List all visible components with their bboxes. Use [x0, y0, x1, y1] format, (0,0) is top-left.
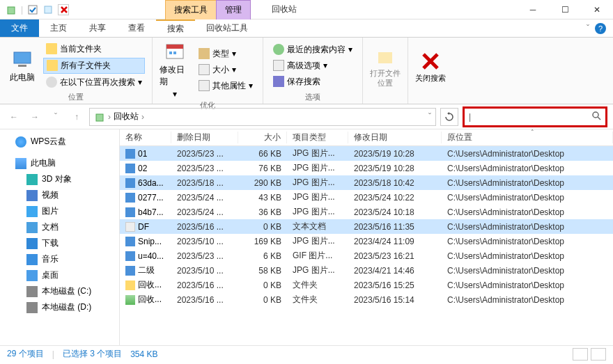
sidebar-item[interactable]: 3D 对象: [0, 171, 119, 187]
file-type-icon: [125, 207, 135, 217]
open-location-icon: [374, 45, 396, 68]
rows-container[interactable]: 012023/5/23 ...66 KBJPG 图片...2023/5/19 1…: [120, 146, 613, 345]
cell-modified: 2023/4/21 14:46: [348, 266, 442, 276]
ic-disk-icon: [26, 302, 38, 313]
qat-dropdown-icon[interactable]: [42, 4, 54, 15]
cell-deleted: 2023/5/23 ...: [171, 149, 238, 159]
cell-deleted: 2023/5/18 ...: [171, 178, 238, 188]
breadcrumb[interactable]: › 回收站 › ˇ: [89, 108, 436, 126]
col-type[interactable]: 项目类型: [287, 132, 348, 143]
context-tab-search-tools[interactable]: 搜索工具: [165, 0, 217, 19]
ribbon-open-location[interactable]: 打开文件位置: [370, 40, 401, 93]
file-name: 二级: [138, 264, 155, 276]
table-row[interactable]: 回收...2023/5/16 ...0 KB文件夹2023/5/16 15:14…: [120, 292, 613, 307]
minimize-button[interactable]: ─: [517, 0, 549, 19]
sidebar-item[interactable]: 本地磁盘 (D:): [0, 299, 119, 315]
nav-forward[interactable]: →: [26, 109, 43, 125]
ic-disk-icon: [26, 286, 38, 297]
maximize-button[interactable]: ☐: [549, 0, 581, 19]
cell-orig: C:\Users\Administrator\Desktop: [442, 280, 613, 290]
close-x-icon[interactable]: [58, 4, 69, 15]
ribbon-current-folder[interactable]: 当前文件夹: [43, 42, 145, 56]
table-row[interactable]: 二级2023/5/10 ...58 KBJPG 图片...2023/4/21 1…: [120, 263, 613, 278]
ribbon-search-again[interactable]: 在以下位置再次搜索 ▾: [43, 75, 145, 90]
nav-back[interactable]: ←: [6, 109, 22, 125]
breadcrumb-dropdown[interactable]: ˇ: [428, 112, 431, 122]
sidebar-item[interactable]: 下载: [0, 235, 119, 251]
chevron-right-icon[interactable]: ›: [108, 112, 111, 122]
ribbon-type[interactable]: 类型 ▾: [196, 47, 256, 61]
ribbon: 此电脑 当前文件夹 所有子文件夹 在以下位置再次搜索 ▾ 位置 修改日期 ▾ 类…: [0, 38, 613, 104]
sidebar-item[interactable]: 文档: [0, 219, 119, 235]
menu-tabs: 文件 主页 共享 查看 搜索 回收站工具 ˇ ?: [0, 19, 613, 38]
cell-modified: 2023/5/19 10:28: [348, 164, 442, 173]
search-input[interactable]: [472, 112, 591, 122]
table-row[interactable]: 63da...2023/5/18 ...290 KBJPG 图片...2023/…: [120, 175, 613, 190]
search-box[interactable]: |: [463, 106, 607, 127]
sidebar[interactable]: WPS云盘此电脑3D 对象视频图片文档下载音乐桌面本地磁盘 (C:)本地磁盘 (…: [0, 129, 120, 345]
type-icon: [199, 48, 210, 59]
sidebar-item[interactable]: 本地磁盘 (C:): [0, 283, 119, 299]
checkbox-icon[interactable]: [27, 4, 38, 15]
col-name[interactable]: 名称: [120, 132, 171, 143]
sidebar-item[interactable]: 音乐: [0, 251, 119, 267]
context-tab-manage[interactable]: 管理: [216, 0, 251, 19]
svg-rect-0: [8, 7, 15, 14]
ribbon-this-pc[interactable]: 此电脑: [7, 40, 38, 90]
tab-home[interactable]: 主页: [39, 19, 78, 37]
status-selected: 已选择 3 个项目: [63, 348, 122, 360]
ribbon-collapse-icon[interactable]: ˇ: [587, 24, 589, 33]
ribbon-recent-search[interactable]: 最近的搜索内容 ▾: [270, 42, 355, 57]
view-details-button[interactable]: [573, 348, 588, 361]
col-modified[interactable]: 修改日期: [348, 132, 442, 143]
col-deleted[interactable]: 删除日期: [171, 132, 238, 143]
ribbon-all-subfolders[interactable]: 所有子文件夹: [43, 58, 145, 74]
chevron-right-icon[interactable]: ›: [141, 112, 144, 122]
chevron-down-icon: ▾: [173, 89, 177, 99]
sidebar-item[interactable]: 图片: [0, 203, 119, 219]
table-row[interactable]: Snip...2023/5/10 ...169 KBJPG 图片...2023/…: [120, 234, 613, 248]
breadcrumb-item[interactable]: 回收站: [114, 111, 139, 122]
table-row[interactable]: DF2023/5/16 ...0 KB文本文档2023/5/16 11:35C:…: [120, 219, 613, 234]
tab-recycle-tools[interactable]: 回收站工具: [195, 19, 259, 37]
ic-video-icon: [26, 190, 38, 201]
svg-rect-8: [173, 52, 176, 54]
view-icons-button[interactable]: [591, 348, 606, 361]
cell-modified: 2023/5/23 16:21: [348, 251, 442, 261]
col-size[interactable]: 大小: [238, 132, 287, 143]
sidebar-item[interactable]: 桌面: [0, 267, 119, 283]
sidebar-item[interactable]: 视频: [0, 187, 119, 203]
table-row[interactable]: u=40...2023/5/23 ...6 KBGIF 图片...2023/5/…: [120, 248, 613, 263]
ribbon-other-props[interactable]: 其他属性 ▾: [196, 79, 256, 93]
col-orig[interactable]: 原位置: [442, 132, 613, 143]
nav-history-dropdown[interactable]: ˇ: [47, 109, 64, 125]
ribbon-advanced[interactable]: 高级选项 ▾: [270, 58, 355, 73]
ribbon-close-search[interactable]: 关闭搜索: [415, 40, 446, 93]
cell-type: JPG 图片...: [287, 206, 348, 218]
search-icon[interactable]: [591, 111, 601, 122]
sidebar-item[interactable]: WPS云盘: [0, 134, 119, 150]
qat-separator: |: [21, 5, 23, 15]
refresh-button[interactable]: [440, 108, 458, 126]
ribbon-modify-date[interactable]: 修改日期 ▾: [160, 40, 190, 99]
sidebar-item[interactable]: 此电脑: [0, 155, 119, 171]
ribbon-save-search[interactable]: 保存搜索: [270, 74, 355, 89]
table-row[interactable]: 0277...2023/5/24 ...43 KBJPG 图片...2023/5…: [120, 190, 613, 205]
tab-view[interactable]: 查看: [117, 19, 156, 37]
help-icon[interactable]: ?: [595, 23, 606, 34]
tab-search[interactable]: 搜索: [156, 19, 195, 37]
sidebar-item-label: WPS云盘: [31, 136, 66, 148]
table-row[interactable]: 回收...2023/5/16 ...0 KB文件夹2023/5/16 15:25…: [120, 278, 613, 292]
close-button[interactable]: ✕: [581, 0, 613, 19]
table-row[interactable]: 022023/5/23 ...76 KBJPG 图片...2023/5/19 1…: [120, 161, 613, 175]
nav-up[interactable]: ↑: [68, 109, 85, 125]
tab-share[interactable]: 共享: [78, 19, 117, 37]
ribbon-size[interactable]: 大小 ▾: [196, 63, 256, 77]
file-name: 02: [138, 164, 147, 173]
table-row[interactable]: 012023/5/23 ...66 KBJPG 图片...2023/5/19 1…: [120, 146, 613, 161]
cell-orig: C:\Users\Administrator\Desktop: [442, 237, 613, 246]
sidebar-item-label: 下载: [42, 237, 59, 249]
file-name: DF: [138, 222, 149, 232]
tab-file[interactable]: 文件: [0, 19, 39, 37]
table-row[interactable]: b4b7...2023/5/24 ...36 KBJPG 图片...2023/5…: [120, 205, 613, 219]
